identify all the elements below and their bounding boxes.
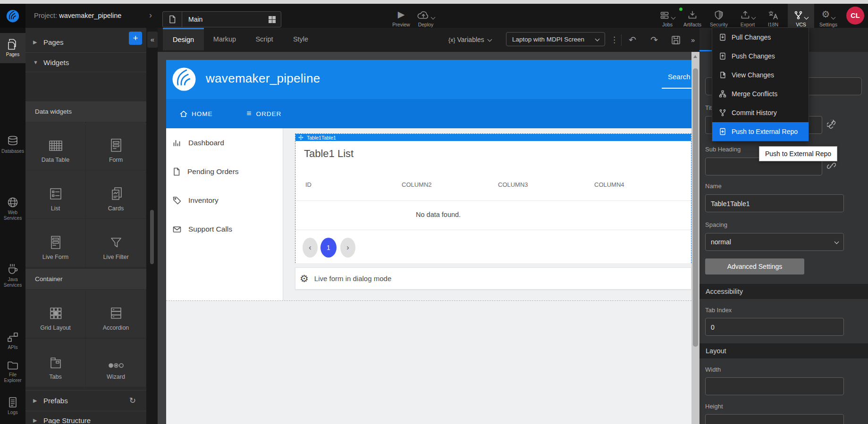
commit-history-icon <box>719 109 726 116</box>
width-input[interactable] <box>705 377 844 395</box>
column-header[interactable]: COLUMN3 <box>498 181 528 188</box>
jobs-button[interactable]: Jobs <box>654 8 681 27</box>
device-selector[interactable]: Laptop with MDPI Screen <box>506 32 605 46</box>
rail-item-apis[interactable]: APIs <box>0 332 25 350</box>
widget-tile-tabs[interactable]: Tabs <box>25 339 85 387</box>
expand-right-icon: ▶ <box>25 417 43 424</box>
widget-tile-live-form[interactable]: Live Form <box>25 219 85 267</box>
selected-table-widget[interactable]: Table1Table1 Table1 List ID COLUMN2 COLU… <box>295 133 691 263</box>
more-options-icon[interactable]: ⋮ <box>610 28 618 52</box>
rail-item-logs[interactable]: Logs <box>0 397 25 416</box>
chevron-down-icon <box>487 37 492 42</box>
nav-item-order[interactable]: ≡ ORDER <box>247 109 282 118</box>
spacing-select[interactable]: normal <box>705 233 844 251</box>
sidebar-item-dashboard[interactable]: Dashboard <box>173 139 224 147</box>
sidebar-item-inventory[interactable]: Inventory <box>173 196 219 205</box>
widget-tile-list[interactable]: List <box>25 170 85 218</box>
widget-tile-form[interactable]: Form <box>86 122 146 170</box>
menu-item-push-to-external-repo[interactable]: Push to External Repo <box>712 122 809 141</box>
widget-tile-grid-layout[interactable]: Grid Layout <box>25 290 85 338</box>
widgets-section-row[interactable]: ▼ Widgets <box>25 53 146 72</box>
rail-item-java-services[interactable]: Java Services <box>0 263 25 288</box>
pagination-page-1[interactable]: 1 <box>320 238 337 258</box>
advanced-settings-button[interactable]: Advanced Settings <box>705 258 804 274</box>
layout-section-header[interactable]: Layout <box>699 343 868 358</box>
list-icon: ≡ <box>247 109 252 118</box>
menu-item-commit-history[interactable]: Commit History <box>712 103 809 122</box>
prefabs-section-row[interactable]: ▶ Prefabs ↻ <box>25 390 146 411</box>
grid-layout-icon <box>25 290 85 321</box>
tab-index-input[interactable]: 0 <box>705 318 844 336</box>
i18n-button[interactable]: I18N <box>760 8 786 27</box>
canvas-scrollbar[interactable] <box>691 52 699 424</box>
widget-tile-accordion[interactable]: Accordion <box>86 290 146 338</box>
bind-link-icon[interactable] <box>827 161 836 170</box>
add-page-button[interactable]: + <box>129 32 142 45</box>
rail-item-file-explorer[interactable]: File Explorer <box>0 361 25 383</box>
refresh-icon[interactable]: ↻ <box>129 396 136 406</box>
tab-design[interactable]: Design <box>163 28 204 50</box>
open-page-tab-main[interactable]: Main <box>162 11 281 27</box>
vcs-button[interactable]: VCS <box>788 4 814 28</box>
artifacts-button[interactable]: Artifacts <box>679 8 706 27</box>
move-icon[interactable] <box>298 135 303 140</box>
app-search-link[interactable]: Search <box>668 73 691 81</box>
scrollbar-up-arrow[interactable] <box>693 55 697 58</box>
pages-grid-icon[interactable] <box>269 16 276 23</box>
security-button[interactable]: Security <box>706 8 732 27</box>
save-button[interactable] <box>671 28 681 52</box>
export-button[interactable]: Export <box>734 8 761 27</box>
page-structure-section-row[interactable]: ▶ Page Structure <box>25 411 146 424</box>
scrollbar-thumb[interactable] <box>693 68 698 347</box>
user-avatar[interactable]: CL <box>846 7 864 25</box>
rail-item-databases[interactable]: Databases <box>0 135 25 154</box>
logs-document-icon <box>0 397 25 408</box>
menu-item-merge-conflicts[interactable]: Merge Conflicts <box>712 84 809 103</box>
app-page-preview: wavemaker_pipeline Search HOME ≡ ORDER D… <box>166 60 691 424</box>
sidebar-item-pending-orders[interactable]: Pending Orders <box>173 167 239 176</box>
expand-right-panel-button[interactable]: » <box>691 28 695 52</box>
widget-selection-bar[interactable]: Table1Table1 <box>295 134 691 141</box>
tab-style[interactable]: Style <box>283 28 318 50</box>
settings-button[interactable]: ⚙ Settings <box>815 8 842 27</box>
name-input[interactable]: Table1Table1 <box>705 194 844 212</box>
column-header[interactable]: ID <box>305 181 312 188</box>
sidebar-item-support-calls[interactable]: Support Calls <box>173 225 232 233</box>
deploy-button[interactable]: Deploy <box>413 8 439 27</box>
pagination-prev-button[interactable]: ‹ <box>303 238 318 258</box>
project-name: wavemaker_pipeline <box>59 12 121 19</box>
widget-tile-wizard[interactable]: Wizard <box>86 339 146 387</box>
height-input[interactable] <box>705 414 844 424</box>
live-form-dialog-widget[interactable]: ⚙ Live form in dialog mode <box>295 267 691 290</box>
undo-button[interactable]: ↶ <box>629 28 636 52</box>
view-changes-icon <box>719 71 726 79</box>
tab-script[interactable]: Script <box>245 28 283 50</box>
variables-button[interactable]: {x} Variables <box>448 28 491 52</box>
widget-tile-cards[interactable]: Cards <box>86 170 146 218</box>
preview-play-icon: ▶ <box>388 8 414 20</box>
column-header[interactable]: COLUMN4 <box>594 181 624 188</box>
i18n-translate-icon <box>760 8 786 20</box>
rail-item-pages[interactable]: Pages <box>0 33 25 63</box>
widget-tile-data-table[interactable]: Data Table <box>25 122 85 170</box>
accessibility-section-header[interactable]: Accessibility <box>699 284 868 299</box>
pages-section-row[interactable]: ▶ Pages <box>25 32 146 53</box>
panel-scrollbar-thumb[interactable] <box>150 210 154 264</box>
pagination-next-button[interactable]: › <box>340 238 355 258</box>
bind-link-icon[interactable] <box>827 120 836 129</box>
menu-item-push-changes[interactable]: Push Changes <box>712 47 809 66</box>
nav-item-home[interactable]: HOME <box>180 110 213 117</box>
redo-button[interactable]: ↷ <box>650 28 658 52</box>
app-page-header[interactable]: wavemaker_pipeline Search <box>166 60 691 99</box>
collapse-panel-button[interactable]: « <box>147 32 158 48</box>
page-footer-boundary <box>166 300 691 301</box>
preview-button[interactable]: ▶ Preview <box>388 8 414 27</box>
app-wave-logo <box>171 66 197 92</box>
widget-tile-live-filter[interactable]: Live Filter <box>86 219 146 267</box>
menu-item-view-changes[interactable]: View Changes <box>712 66 809 84</box>
column-header[interactable]: COLUMN2 <box>402 181 432 188</box>
menu-item-pull-changes[interactable]: Pull Changes <box>712 28 809 47</box>
rail-item-web-services[interactable]: Web Services <box>0 197 25 221</box>
tab-markup[interactable]: Markup <box>204 28 245 50</box>
wavemaker-logo[interactable] <box>0 4 25 28</box>
